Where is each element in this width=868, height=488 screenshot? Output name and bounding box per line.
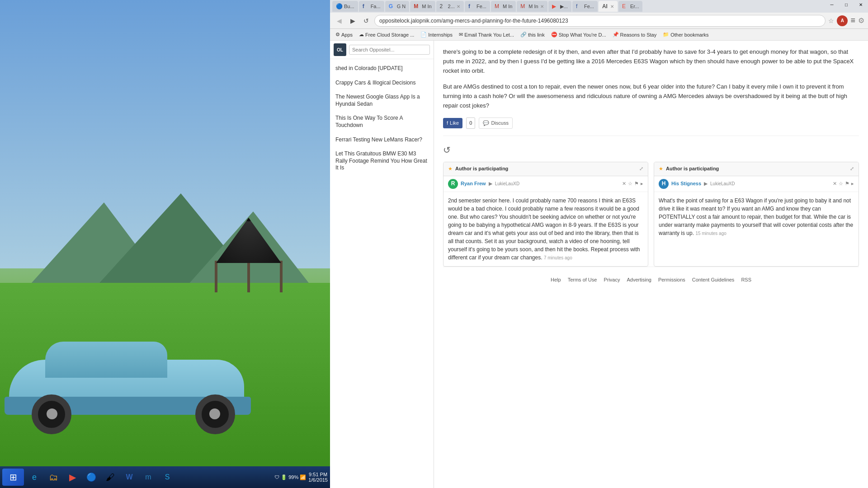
settings-icon[interactable]: ⚙: [858, 16, 864, 25]
comment-header-2: ★ Author is participating ⤢: [654, 162, 859, 176]
tab-yt[interactable]: ▶ ▶...: [548, 1, 571, 12]
sidebar-item-ferrari[interactable]: Ferrari Testing New LeMans Racer?: [330, 133, 434, 147]
close-comment-icon-2[interactable]: ✕: [833, 180, 837, 188]
taskbar-sys-tray: 🛡 🔋 99% 📶: [274, 474, 306, 480]
bookmark-thislink[interactable]: 🔗 this link: [518, 31, 547, 38]
bookmark-stop[interactable]: ⛔ Stop What You're D...: [548, 31, 609, 38]
close-comment-icon-1[interactable]: ✕: [622, 180, 626, 188]
cloud-bookmark-icon: ☁: [359, 32, 364, 38]
user-community-1: LukieLauXD: [495, 180, 519, 188]
main-content[interactable]: there's going to be a complete redesign …: [434, 41, 868, 488]
bookmark-reasons[interactable]: 📌 Reasons to Stay: [610, 31, 660, 38]
messenger-icon[interactable]: m: [140, 469, 157, 486]
footer-terms[interactable]: Terms of Use: [568, 276, 597, 284]
footer-help[interactable]: Help: [551, 276, 561, 284]
back-button[interactable]: ◀: [334, 15, 344, 26]
ie-icon[interactable]: e: [26, 469, 43, 486]
word-icon[interactable]: W: [121, 469, 138, 486]
stop-bookmark-icon: ⛔: [551, 32, 557, 38]
footer-permissions[interactable]: Permissions: [658, 276, 685, 284]
bookmark-star[interactable]: ☆: [828, 17, 834, 24]
bookmark-email[interactable]: ✉ Email Thank You Let...: [456, 31, 517, 38]
comment-card-1: ★ Author is participating ⤢ R Ryan Frew …: [443, 162, 648, 267]
start-button[interactable]: ⊞: [2, 469, 24, 486]
like-count: 0: [466, 117, 475, 129]
forward-button[interactable]: ▶: [347, 15, 358, 26]
apps-bookmark-icon: ⚙: [335, 32, 340, 38]
tab-favicon-fa: f: [363, 3, 369, 9]
antivirus-icon: 🛡: [274, 474, 279, 480]
bookmark-internships[interactable]: 📄 Internships: [418, 31, 455, 38]
more-comment-icon-2[interactable]: ▸: [851, 180, 854, 188]
footer-advertising[interactable]: Advertising: [627, 276, 651, 284]
skype-icon[interactable]: S: [159, 469, 176, 486]
sidebar-item-bmw[interactable]: Let This Gratuitous BMW E30 M3 Rally Foo…: [330, 147, 434, 175]
comment-time-1: 7 minutes ago: [544, 255, 572, 260]
sidebar-item-glass[interactable]: The Newest Google Glass App Is a Hyundai…: [330, 90, 434, 111]
close-button[interactable]: ✕: [854, 0, 868, 9]
flag-comment-icon-2[interactable]: ⚑: [845, 180, 849, 188]
internships-bookmark-icon: 📄: [420, 32, 427, 38]
tab-close-min3[interactable]: ✕: [540, 4, 544, 9]
tab-fa[interactable]: f Fa...: [359, 1, 384, 12]
tab-ai[interactable]: AI ✕: [599, 1, 618, 12]
comment-card-2: ★ Author is participating ⤢ H His Stigne…: [654, 162, 859, 267]
bookmark-cloud[interactable]: ☁ Free Cloud Storage ...: [356, 31, 417, 38]
sidebar-item-shed[interactable]: shed in Colorado [UPDATE]: [330, 61, 434, 76]
participating-label-2: Author is participating: [666, 165, 719, 173]
tab-close-2[interactable]: ✕: [457, 4, 460, 9]
tab-gn[interactable]: G G N: [385, 1, 410, 12]
file-explorer-icon[interactable]: 🗂: [45, 469, 62, 486]
more-comment-icon-1[interactable]: ▸: [641, 180, 643, 188]
fb-icon: f: [447, 119, 448, 127]
star-comment-icon-2[interactable]: ☆: [839, 180, 843, 188]
tab-close-ai[interactable]: ✕: [610, 4, 614, 9]
user-name-1[interactable]: Ryan Frew: [461, 180, 486, 188]
footer-privacy[interactable]: Privacy: [604, 276, 620, 284]
tab-min3[interactable]: M M In ✕: [517, 1, 547, 12]
tab-favicon-ai: AI: [602, 3, 609, 9]
chrome-icon[interactable]: 🔵: [83, 469, 100, 486]
profile-button[interactable]: A: [837, 15, 848, 26]
expand-icon-2[interactable]: ⤢: [850, 165, 854, 173]
facebook-like-button[interactable]: f Like: [443, 118, 462, 129]
flag-comment-icon-1[interactable]: ⚑: [634, 180, 639, 188]
browser-window: ─ □ ✕ 🔵 Bu... f Fa... G G N M M In 2 2..…: [330, 0, 868, 488]
tab-min[interactable]: M M In: [410, 1, 435, 12]
minimize-button[interactable]: ─: [825, 0, 839, 9]
tab-fe[interactable]: f Fe...: [465, 1, 490, 12]
user-name-2[interactable]: His Stigness: [671, 180, 701, 188]
expand-icon-1[interactable]: ⤢: [639, 165, 643, 173]
tab-er[interactable]: E Er...: [618, 1, 643, 12]
menu-button[interactable]: ≡: [850, 16, 855, 25]
reload-button[interactable]: ↺: [361, 15, 372, 26]
article-body: there's going to be a complete redesign …: [434, 41, 868, 300]
bookmark-other[interactable]: 📁 Other bookmarks: [660, 31, 711, 38]
star-comment-icon-1[interactable]: ☆: [628, 180, 632, 188]
sidebar-item-crappy[interactable]: Crappy Cars & Illogical Decisions: [330, 76, 434, 90]
article-text-1: there's going to be a complete redesign …: [443, 47, 859, 75]
sidebar-logo: OL: [334, 43, 346, 56]
comments-loading: ↺: [443, 143, 859, 157]
discuss-button[interactable]: 💬 Discuss: [479, 117, 513, 129]
footer-content-guidelines[interactable]: Content Guidelines: [692, 276, 735, 284]
discuss-icon: 💬: [483, 119, 489, 127]
footer-rss[interactable]: RSS: [741, 276, 751, 284]
bookmark-apps[interactable]: ⚙ Apps: [333, 31, 355, 38]
sidebar-item-touchdown[interactable]: This Is One Way To Score A Touchdown: [330, 111, 434, 132]
address-bar[interactable]: [374, 15, 826, 27]
sidebar-search[interactable]: [349, 45, 430, 55]
gazebo: [212, 218, 294, 317]
paint-icon[interactable]: 🖌: [102, 469, 119, 486]
media-player-icon[interactable]: ▶: [64, 469, 81, 486]
tab-favicon-gn: G: [389, 3, 395, 9]
tab-favicon-min2: M: [495, 3, 501, 9]
maximize-button[interactable]: □: [839, 0, 854, 9]
tab-2[interactable]: 2 2... ✕: [436, 1, 464, 12]
article-actions: f Like 0 💬 Discuss: [443, 117, 859, 136]
tab-bu[interactable]: 🔵 Bu...: [332, 1, 358, 12]
tab-min2[interactable]: M M In: [491, 1, 516, 12]
tab-fe2[interactable]: f Fe...: [572, 1, 598, 12]
user-avatar-2: H: [659, 179, 669, 189]
other-bookmark-icon: 📁: [663, 32, 669, 38]
